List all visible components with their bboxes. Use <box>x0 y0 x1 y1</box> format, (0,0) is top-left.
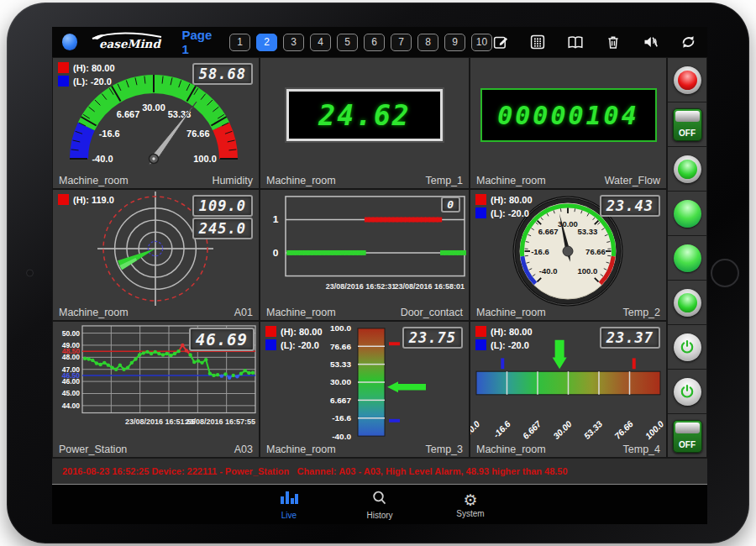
page-button-1[interactable]: 1 <box>229 34 250 51</box>
counter-display: 00000104 <box>480 88 657 142</box>
digital-display: 24.62 <box>286 89 443 141</box>
side-cell: OFF <box>668 102 706 147</box>
page-button-10[interactable]: 10 <box>471 34 492 51</box>
side-cell <box>668 325 706 370</box>
channel-label: Temp_3 <box>426 444 463 455</box>
high-limit-swatch <box>58 194 69 205</box>
channel-label: A01 <box>234 307 253 318</box>
search-icon <box>370 490 389 510</box>
indicator-light-green-2[interactable] <box>674 200 701 228</box>
high-limit-label: (H): 119.0 <box>73 195 114 205</box>
indicator-light-red[interactable] <box>674 66 701 94</box>
alarm-bar[interactable]: 2016-08-23 16:52:25 Device: 222111 - Pow… <box>52 458 707 484</box>
device-label: Machine_room <box>266 307 336 318</box>
svg-text:46.00: 46.00 <box>62 377 81 386</box>
low-limit-swatch <box>58 76 69 87</box>
tab-live[interactable]: Live <box>262 490 316 520</box>
channel-label: Door_contact <box>401 307 463 318</box>
gear-icon: ⚙ <box>463 491 477 508</box>
panel-water-flow: 00000104 Machine_room Water_Flow <box>470 57 667 189</box>
indicator-light-green-1[interactable] <box>674 155 701 183</box>
panel-temp1: 24.62 Machine_room Temp_1 <box>260 57 470 189</box>
page-button-9[interactable]: 9 <box>444 34 465 51</box>
svg-text:100.0: 100.0 <box>330 323 351 333</box>
side-cell <box>668 370 706 414</box>
svg-text:30.00: 30.00 <box>330 378 351 387</box>
value-display-2: 245.0 <box>192 218 253 239</box>
connection-status-indicator <box>62 34 77 50</box>
svg-text:6.667: 6.667 <box>330 396 351 405</box>
page-button-5[interactable]: 5 <box>337 34 358 51</box>
keypad-icon[interactable] <box>529 34 546 50</box>
tab-history[interactable]: History <box>353 490 407 520</box>
page-button-7[interactable]: 7 <box>391 34 412 51</box>
toolbar: easeMind Page 1 12345678910 <box>52 27 707 57</box>
logbook-icon[interactable] <box>566 34 585 50</box>
indicator-light-green-3[interactable] <box>674 244 701 272</box>
channel-label: A03 <box>234 444 253 455</box>
high-limit-label: (H): 80.00 <box>491 327 533 337</box>
limit-legend: (H): 80.00 (L): -20.0 <box>475 194 533 221</box>
svg-text:53.33: 53.33 <box>582 419 605 441</box>
tab-system-label: System <box>456 509 484 518</box>
rocker-switch-2[interactable]: OFF <box>673 420 702 453</box>
channel-label: Temp_4 <box>623 444 660 455</box>
svg-text:53.33: 53.33 <box>577 227 597 236</box>
device-label: Machine_room <box>266 444 336 455</box>
power-button-1[interactable] <box>674 333 701 361</box>
trash-icon[interactable] <box>605 34 622 50</box>
channel-label: Temp_1 <box>426 175 463 186</box>
value-display: 58.68 <box>192 63 253 85</box>
indicator-light-green-4[interactable] <box>674 289 701 317</box>
svg-text:1: 1 <box>273 214 279 226</box>
svg-text:-16.6: -16.6 <box>332 413 351 423</box>
low-limit-swatch <box>475 339 486 350</box>
panel-temp4: (H): 80.00 (L): -20.0 23.37 -40.0-16.66.… <box>470 321 667 458</box>
svg-text:-40.0: -40.0 <box>332 432 351 441</box>
panel-a01-radar: (H): 119.0 109.0 245.0 Machine_room A01 <box>52 189 260 321</box>
page-button-2[interactable]: 2 <box>256 34 277 51</box>
page-button-3[interactable]: 3 <box>283 34 304 51</box>
svg-text:6.667: 6.667 <box>521 418 543 441</box>
low-limit-swatch <box>475 207 486 218</box>
side-cell <box>668 236 706 281</box>
page-button-8[interactable]: 8 <box>417 34 438 51</box>
tab-system[interactable]: ⚙ System <box>444 491 497 518</box>
mute-icon[interactable] <box>642 34 659 50</box>
svg-text:-40.0: -40.0 <box>470 419 482 440</box>
high-limit-label: (H): 80.00 <box>281 327 323 337</box>
refresh-icon[interactable] <box>680 34 697 50</box>
svg-text:76.66: 76.66 <box>330 342 351 351</box>
device-label: Machine_room <box>476 444 546 455</box>
device-label: Machine_room <box>59 307 129 318</box>
channel-label: Temp_2 <box>623 307 660 318</box>
channel-label: Humidity <box>212 175 253 186</box>
value-display: 46.69 <box>189 328 255 351</box>
tablet-frame: easeMind Page 1 12345678910 (H): 80.00 (… <box>7 3 749 543</box>
page-button-6[interactable]: 6 <box>364 34 385 51</box>
home-button[interactable] <box>711 259 739 287</box>
power-button-2[interactable] <box>674 378 701 406</box>
bar-chart-icon <box>279 490 299 510</box>
bottom-nav: Live History ⚙ System <box>52 484 707 524</box>
value-display: 0 <box>441 197 460 213</box>
page-buttons: 12345678910 <box>229 34 492 51</box>
limit-legend: (H): 80.00 (L): -20.0 <box>475 326 533 353</box>
panel-temp2: (H): 80.00 (L): -20.0 23.43 -40.0-16.66.… <box>470 189 667 321</box>
low-limit-swatch <box>265 339 276 350</box>
side-button-strip: OFFOFF <box>667 57 707 458</box>
rocker-switch-1[interactable]: OFF <box>673 108 702 141</box>
svg-text:53.33: 53.33 <box>330 360 351 369</box>
edit-icon[interactable] <box>492 34 509 50</box>
svg-text:100.0: 100.0 <box>193 154 217 164</box>
front-camera <box>26 270 34 277</box>
tab-history-label: History <box>366 511 392 520</box>
svg-text:-16.6: -16.6 <box>99 129 120 139</box>
limit-legend: (H): 80.00 (L): -20.0 <box>265 326 323 353</box>
high-limit-swatch <box>265 326 276 337</box>
side-cell <box>668 192 706 236</box>
logo-text: easeMind <box>99 37 161 50</box>
page-button-4[interactable]: 4 <box>310 34 331 51</box>
svg-text:0: 0 <box>273 247 279 259</box>
side-cell <box>668 147 706 192</box>
